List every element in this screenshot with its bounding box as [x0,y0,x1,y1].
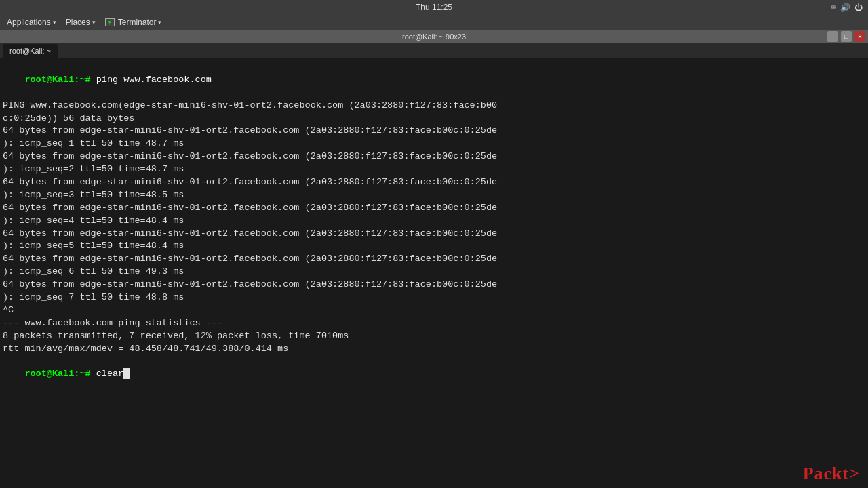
terminal-line-8: 64 bytes from edge-star-mini6-shv-01-ort… [0,176,868,189]
menubar: Applications ▾ Places ▾ $ Terminator ▾ [0,15,868,30]
system-topbar: Thu 11:25 ⌨ 🔊 ⏻ [0,0,868,15]
prompt-final: root@Kali:~# [24,369,96,379]
cmd-1: ping www.facebook.com [96,75,212,85]
terminal-line-1: root@Kali:~# ping www.facebook.com [0,61,868,100]
menu-terminator-arrow: ▾ [158,19,161,26]
system-tray: ⌨ 🔊 ⏻ [831,3,863,13]
menu-places[interactable]: Places ▾ [62,16,100,28]
terminal-line-2: PING www.facebook.com(edge-star-mini6-sh… [0,100,868,113]
menu-terminator-label: Terminator [118,18,157,27]
tab-label: root@Kali: ~ [9,47,51,55]
packt-logo-text: Packt [803,464,850,483]
terminal-line-21: rtt min/avg/max/mdev = 48.458/48.741/49.… [0,343,868,356]
menu-places-label: Places [66,18,90,27]
terminal-line-15: ): icmp_seq=6 ttl=50 time=49.3 ms [0,266,868,279]
maximize-button[interactable]: □ [841,31,852,42]
terminal-line-18: ^C [0,304,868,317]
tab-root-kali[interactable]: root@Kali: ~ [3,44,58,58]
terminal-line-22: root@Kali:~# clear [0,355,868,394]
tabbar: root@Kali: ~ [0,43,868,58]
titlebar-text: root@Kali: ~ 90x23 [402,33,466,41]
terminal-line-10: 64 bytes from edge-star-mini6-shv-01-ort… [0,202,868,215]
menu-applications[interactable]: Applications ▾ [3,16,60,28]
cmd-final: clear [96,369,124,379]
packt-chevron-icon: > [849,464,860,483]
terminal-line-17: ): icmp_seq=7 ttl=50 time=48.8 ms [0,291,868,304]
menu-places-arrow: ▾ [92,19,96,26]
terminal-line-13: ): icmp_seq=5 ttl=50 time=48.4 ms [0,240,868,253]
terminal-line-4: 64 bytes from edge-star-mini6-shv-01-ort… [0,125,868,138]
terminal-line-12: 64 bytes from edge-star-mini6-shv-01-ort… [0,228,868,241]
menu-terminator[interactable]: $ Terminator ▾ [101,16,166,28]
terminal-line-14: 64 bytes from edge-star-mini6-shv-01-ort… [0,253,868,266]
menu-applications-label: Applications [7,18,51,27]
tray-icon-1: ⌨ [831,3,836,13]
terminal-line-11: ): icmp_seq=4 ttl=50 time=48.4 ms [0,215,868,228]
terminal-line-6: 64 bytes from edge-star-mini6-shv-01-ort… [0,150,868,163]
titlebar: root@Kali: ~ 90x23 – □ ✕ [0,30,868,43]
tray-icon-2: 🔊 [840,3,850,13]
close-button[interactable]: ✕ [854,31,865,42]
menu-applications-arrow: ▾ [53,19,56,26]
terminal-line-3: c:0:25de)) 56 data bytes [0,113,868,125]
prompt-1: root@Kali:~# [24,75,96,85]
terminal[interactable]: root@Kali:~# ping www.facebook.com PING … [0,58,868,488]
titlebar-controls: – □ ✕ [827,31,865,42]
terminal-line-20: 8 packets transmitted, 7 received, 12% p… [0,330,868,343]
terminal-cursor [123,368,130,379]
terminal-line-16: 64 bytes from edge-star-mini6-shv-01-ort… [0,279,868,291]
packt-logo: Packt> [803,464,860,484]
terminator-icon: $ [105,18,115,26]
tray-icon-3: ⏻ [854,3,863,13]
terminal-line-9: ): icmp_seq=3 ttl=50 time=48.5 ms [0,189,868,202]
minimize-button[interactable]: – [827,31,838,42]
terminal-line-7: ): icmp_seq=2 ttl=50 time=48.7 ms [0,163,868,176]
terminal-line-5: ): icmp_seq=1 ttl=50 time=48.7 ms [0,138,868,150]
terminal-line-19: --- www.facebook.com ping statistics --- [0,317,868,330]
clock: Thu 11:25 [416,3,452,12]
